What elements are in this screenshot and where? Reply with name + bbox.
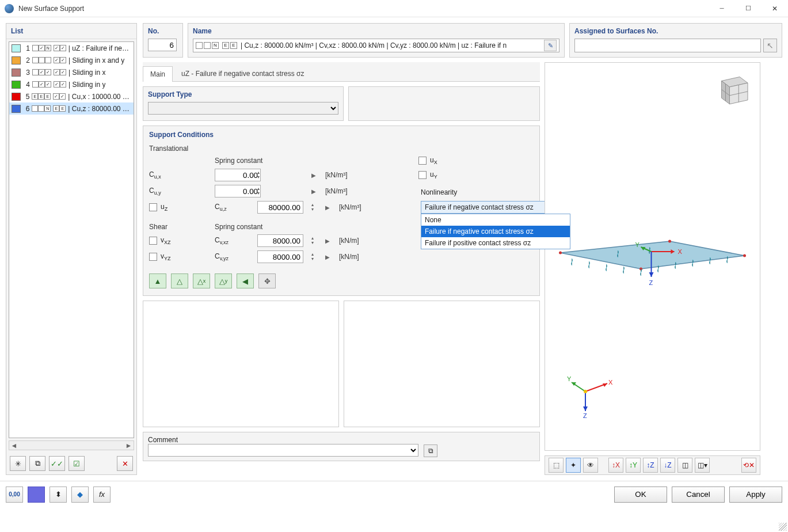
svg-marker-19 xyxy=(649,272,654,277)
color-swatch xyxy=(12,81,21,89)
spring-constant-header-2: Spring constant xyxy=(215,223,379,231)
support-icon-button[interactable]: ◆ xyxy=(71,487,89,503)
preset-pin-icon[interactable]: △ xyxy=(171,273,188,288)
assigned-label: Assigned to Surfaces No. xyxy=(574,27,777,35)
list-row[interactable]: 6 | Cu,z : 80000.00 kN/ xyxy=(9,102,134,115)
edit-name-button[interactable]: ✎ xyxy=(544,40,557,51)
comment-extra-button[interactable]: ⧉ xyxy=(424,444,437,457)
name-box: Name N EE | Cu,z : 80000.00 kN/m³ | Cv,x… xyxy=(188,23,565,58)
view-z-icon[interactable]: ↕Z xyxy=(643,458,658,473)
view-iso2-icon[interactable]: ◫▾ xyxy=(695,458,710,473)
flag-group-2 xyxy=(54,81,66,88)
list-row[interactable]: 5 | Cu,x : 10000.00 kN/ xyxy=(9,90,134,102)
delete-button[interactable]: ✕ xyxy=(117,456,133,471)
cuz-spinner[interactable] xyxy=(311,201,319,214)
support-conditions-title: Support Conditions xyxy=(149,131,534,139)
row-number: 3 xyxy=(23,69,30,77)
row-text: | Cu,z : 80000.00 kN/ xyxy=(68,105,131,113)
preset-move-icon[interactable]: ✥ xyxy=(258,273,276,288)
cvxz-spinner[interactable] xyxy=(311,234,319,247)
tab-uz-failure[interactable]: uZ - Failure if negative contact stress … xyxy=(174,66,312,81)
copy-item-button[interactable]: ⧉ xyxy=(29,456,45,471)
reset-view-icon[interactable]: ⟲✕ xyxy=(741,458,756,473)
view-x-icon[interactable]: ↕X xyxy=(608,458,623,473)
cvxz-input[interactable] xyxy=(257,234,303,247)
translational-header: Translational xyxy=(149,145,212,153)
cux-more-button[interactable]: ▶ xyxy=(311,172,319,178)
left-panel: List 1 | uZ : Failure if negat 2 | Slidi… xyxy=(6,23,137,475)
preview-3d[interactable]: X Y Z xyxy=(545,62,760,451)
cvyz-more-button[interactable]: ▶ xyxy=(325,254,333,260)
cux-input[interactable] xyxy=(215,169,261,181)
load-button[interactable]: ⬍ xyxy=(50,487,67,503)
check-button[interactable]: ✓✓ xyxy=(49,456,65,471)
empty-panel-left xyxy=(143,301,339,427)
vyz-check[interactable] xyxy=(149,253,157,261)
cuy-input[interactable] xyxy=(215,185,261,197)
units-button[interactable]: 0,00 xyxy=(6,487,23,503)
view-axes-icon[interactable]: ✦ xyxy=(566,458,581,473)
cancel-button[interactable]: Cancel xyxy=(672,487,725,503)
cux-label: Cu,x xyxy=(149,170,212,180)
close-button[interactable] xyxy=(762,0,788,17)
number-label: No. xyxy=(148,27,178,35)
support-conditions-box: Support Conditions Translational Spring … xyxy=(143,126,540,296)
support-type-select[interactable] xyxy=(148,102,338,115)
preset-x-icon[interactable]: △x xyxy=(193,273,210,288)
vxz-check[interactable] xyxy=(149,237,157,245)
preset-sound-icon[interactable]: ◀ xyxy=(237,273,254,288)
new-item-button[interactable]: ✳ xyxy=(10,456,26,471)
tab-main[interactable]: Main xyxy=(143,66,173,82)
dropdown-selected: Failure if negative contact stress σz xyxy=(425,203,534,211)
view-iso1-icon[interactable]: ◫ xyxy=(677,458,692,473)
cvyz-unit: [kN/m] xyxy=(339,253,379,261)
cux-spinner[interactable] xyxy=(257,169,265,181)
view-mode-1-icon[interactable]: ⬚ xyxy=(549,458,564,473)
cvyz-input[interactable] xyxy=(257,250,303,263)
cuz-more-button[interactable]: ▶ xyxy=(325,204,333,211)
preview-toolbar: ⬚ ✦ 👁 ↕X ↕Y ↕Z ↓Z ◫ ◫▾ ⟲✕ xyxy=(545,455,760,475)
nonlinearity-option-failure-positive[interactable]: Failure if positive contact stress σz xyxy=(421,237,570,249)
window-controls xyxy=(709,0,788,17)
svg-text:Y: Y xyxy=(635,241,640,248)
view-negz-icon[interactable]: ↓Z xyxy=(660,458,675,473)
minimize-button[interactable] xyxy=(709,0,735,17)
maximize-button[interactable] xyxy=(735,0,762,17)
visibility-icon[interactable]: 👁 xyxy=(583,458,598,473)
color-button[interactable] xyxy=(28,487,45,503)
assigned-input[interactable] xyxy=(574,39,761,52)
cuz-unit: [kN/m³] xyxy=(339,203,379,211)
list-row[interactable]: 3 | Sliding in x xyxy=(9,66,134,78)
nonlinearity-option-failure-negative[interactable]: Failure if negative contact stress σz xyxy=(421,226,570,237)
row-text: | uZ : Failure if negat xyxy=(68,44,131,52)
function-button[interactable]: fx xyxy=(93,487,111,503)
checklist-button[interactable]: ☑ xyxy=(68,456,85,471)
list-row[interactable]: 2 | Sliding in x and y xyxy=(9,54,134,66)
cuy-more-button[interactable]: ▶ xyxy=(311,188,319,195)
number-input[interactable] xyxy=(148,39,177,51)
nonlinearity-option-none[interactable]: None xyxy=(421,214,570,226)
ok-button[interactable]: OK xyxy=(614,487,667,503)
comment-input[interactable] xyxy=(148,444,418,457)
list-row[interactable]: 4 | Sliding in y xyxy=(9,78,134,90)
uz-check[interactable] xyxy=(149,203,157,211)
preset-y-icon[interactable]: △y xyxy=(215,273,232,288)
flag-group-2 xyxy=(54,57,66,63)
list-row[interactable]: 1 | uZ : Failure if negat xyxy=(9,42,134,54)
preset-fixed-icon[interactable]: ▲ xyxy=(149,273,166,288)
horizontal-scrollbar[interactable]: ◄► xyxy=(9,440,134,450)
uy-check[interactable] xyxy=(418,171,427,179)
svg-text:X: X xyxy=(608,379,613,386)
cvxz-more-button[interactable]: ▶ xyxy=(325,238,333,244)
apply-button[interactable]: Apply xyxy=(729,487,782,503)
ux-check[interactable] xyxy=(418,157,427,165)
pick-surfaces-button[interactable]: ↖ xyxy=(763,39,777,52)
view-cube-icon[interactable] xyxy=(711,71,752,111)
cvyz-spinner[interactable] xyxy=(311,250,319,263)
cuy-spinner[interactable] xyxy=(257,185,265,197)
tabs: Main uZ - Failure if negative contact st… xyxy=(143,62,540,82)
spring-constant-header: Spring constant xyxy=(215,157,379,165)
svg-point-30 xyxy=(584,390,587,393)
cuz-input[interactable] xyxy=(257,201,303,214)
view-y-icon[interactable]: ↕Y xyxy=(626,458,641,473)
